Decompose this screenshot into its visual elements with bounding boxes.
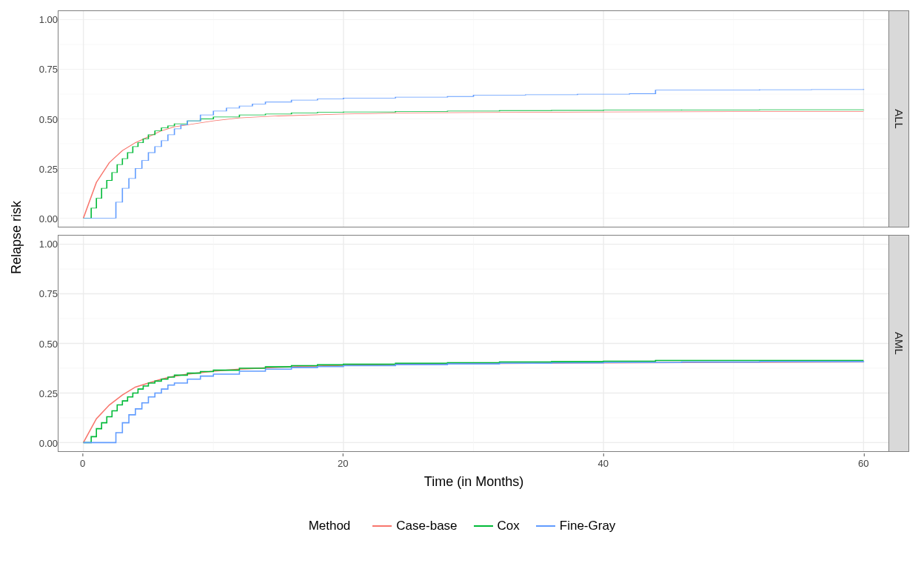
- legend-swatch: [536, 525, 555, 527]
- legend-item: Case-base: [372, 519, 457, 533]
- facet-row: ALL: [58, 10, 909, 227]
- y-axis-label-container: Relapse risk: [6, 0, 28, 474]
- y-axis-label: Relapse risk: [10, 200, 25, 273]
- legend-swatch: [372, 525, 392, 527]
- y-tick-label: 0.50: [33, 113, 58, 124]
- facet-label: ALL: [893, 109, 905, 129]
- legend-title: Method: [309, 519, 351, 533]
- facet-strip: AML: [889, 235, 909, 452]
- y-tick-label: 0.00: [33, 213, 58, 224]
- x-axis-ticks: 0204060: [58, 453, 890, 474]
- y-axis-ticks: 0.000.250.500.751.000.000.250.500.751.00: [33, 10, 58, 452]
- legend-item: Cox: [474, 519, 520, 533]
- facet-strip: ALL: [889, 10, 909, 227]
- y-tick-label: 0.75: [33, 288, 58, 299]
- y-tick-label: 0.25: [33, 163, 58, 174]
- legend-item: Fine-Gray: [536, 519, 616, 533]
- facet-label: AML: [893, 332, 905, 355]
- legend: Method Case-base Cox Fine-Gray: [0, 519, 924, 533]
- x-tick-label: 0: [80, 458, 85, 469]
- y-tick-label: 0.00: [33, 438, 58, 449]
- x-tick-label: 40: [598, 458, 609, 469]
- facet-row: AML: [58, 235, 909, 452]
- y-tick-label: 0.25: [33, 387, 58, 399]
- legend-label: Cox: [498, 519, 520, 533]
- plot-area: [58, 235, 889, 452]
- legend-label: Fine-Gray: [560, 519, 616, 533]
- x-axis-label: Time (in Months): [58, 474, 890, 490]
- x-tick-label: 20: [338, 458, 348, 469]
- figure: Relapse risk 0.000.250.500.751.000.000.2…: [0, 0, 924, 569]
- legend-swatch: [474, 525, 493, 527]
- x-tick-label: 60: [858, 458, 868, 469]
- legend-label: Case-base: [396, 519, 457, 533]
- y-tick-label: 1.00: [33, 238, 58, 249]
- y-tick-label: 1.00: [33, 13, 58, 24]
- facet-panels: ALLAML: [58, 10, 909, 452]
- y-tick-label: 0.75: [33, 64, 58, 75]
- plot-area: [58, 10, 889, 227]
- y-tick-label: 0.50: [33, 338, 58, 349]
